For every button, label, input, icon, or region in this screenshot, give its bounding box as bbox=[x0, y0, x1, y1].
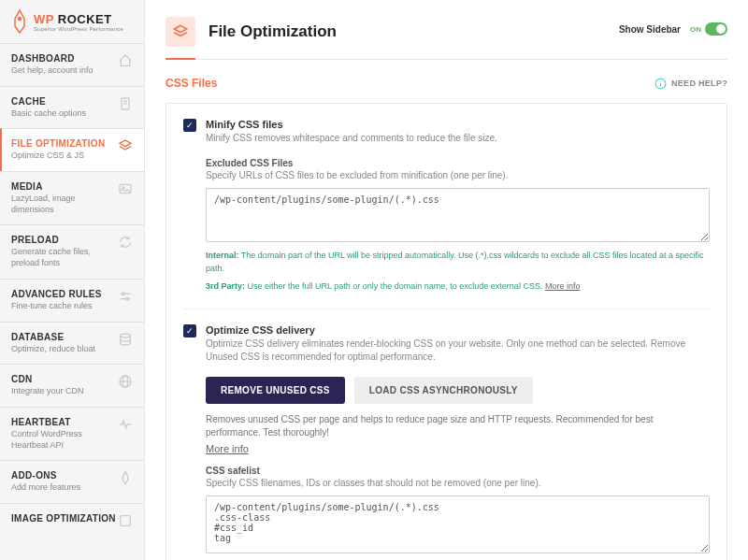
minify-css-checkbox[interactable]: ✓ bbox=[183, 119, 196, 132]
more-info-link[interactable]: More info bbox=[545, 281, 581, 291]
heartbeat-icon bbox=[118, 417, 133, 432]
file-icon bbox=[118, 96, 133, 111]
sidebar-item-cache[interactable]: CACHEBasic cache options bbox=[0, 86, 144, 129]
optimize-css-checkbox[interactable]: ✓ bbox=[183, 324, 196, 337]
minify-css-title: Minify CSS files bbox=[206, 119, 710, 130]
rocket-logo-icon bbox=[11, 9, 28, 34]
logo-wp: WP bbox=[34, 12, 54, 26]
show-sidebar-toggle[interactable]: ON bbox=[690, 22, 727, 36]
database-icon bbox=[118, 332, 133, 347]
refresh-icon bbox=[118, 235, 133, 250]
sidebar-item-image-optimization[interactable]: IMAGE OPTIMIZATION bbox=[0, 503, 144, 538]
sidebar-item-advanced-rules[interactable]: ADVANCED RULESFine-tune cache rules bbox=[0, 279, 144, 322]
svg-rect-15 bbox=[121, 516, 131, 526]
excluded-css-textarea[interactable] bbox=[206, 188, 710, 242]
help-icon bbox=[654, 78, 667, 90]
sidebar: WP ROCKET Superior WordPress Performance… bbox=[0, 0, 145, 560]
svg-marker-16 bbox=[174, 25, 187, 33]
optimize-css-desc: Optimize CSS delivery eliminates render-… bbox=[206, 337, 710, 364]
svg-point-11 bbox=[121, 334, 131, 337]
svg-marker-4 bbox=[120, 140, 131, 147]
main-content: File Optimization Show Sidebar ON CSS Fi… bbox=[145, 0, 748, 560]
hint-3rd-party: 3rd Party: Use either the full URL path … bbox=[206, 280, 710, 294]
css-safelist-textarea[interactable] bbox=[206, 495, 710, 553]
sidebar-item-preload[interactable]: PRELOADGenerate cache files, preload fon… bbox=[0, 224, 144, 278]
sidebar-item-file-optimization[interactable]: FILE OPTIMIZATIONOptimize CSS & JS bbox=[0, 128, 144, 171]
layers-icon bbox=[118, 138, 133, 153]
load-css-async-button[interactable]: LOAD CSS ASYNCHRONOUSLY bbox=[354, 377, 533, 404]
rocket-icon bbox=[118, 470, 133, 485]
sidebar-item-media[interactable]: MEDIALazyLoad, image dimensions bbox=[0, 171, 144, 224]
more-info-link-2[interactable]: More info bbox=[206, 443, 249, 454]
sidebar-item-database[interactable]: DATABASEOptimize, reduce bloat bbox=[0, 322, 144, 365]
sidebar-item-cdn[interactable]: CDNIntegrate your CDN bbox=[0, 364, 144, 407]
logo: WP ROCKET Superior WordPress Performance bbox=[0, 0, 144, 43]
home-icon bbox=[118, 53, 133, 68]
excluded-css-title: Excluded CSS Files bbox=[206, 158, 710, 168]
css-safelist-title: CSS safelist bbox=[206, 466, 710, 476]
logo-subtitle: Superior WordPress Performance bbox=[34, 26, 123, 32]
hint-internal: Internal: The domain part of the URL wil… bbox=[206, 250, 710, 275]
globe-icon bbox=[118, 374, 133, 389]
optimize-css-title: Optimize CSS delivery bbox=[206, 324, 710, 336]
section-title: CSS Files bbox=[165, 77, 217, 90]
header-layers-icon bbox=[165, 17, 195, 47]
show-sidebar-label: Show Sidebar bbox=[619, 24, 681, 35]
sidebar-item-heartbeat[interactable]: HEARTBEATControl WordPress Heartbeat API bbox=[0, 407, 144, 460]
logo-rocket: ROCKET bbox=[58, 12, 112, 26]
excluded-css-desc: Specify URLs of CSS files to be excluded… bbox=[206, 170, 710, 180]
sidebar-item-addons[interactable]: ADD-ONSAdd more features bbox=[0, 460, 144, 503]
remove-unused-desc: Removes unused CSS per page and helps to… bbox=[206, 413, 710, 439]
remove-unused-css-button[interactable]: REMOVE UNUSED CSS bbox=[206, 377, 345, 404]
svg-point-0 bbox=[18, 17, 22, 21]
need-help-link[interactable]: NEED HELP? bbox=[654, 78, 727, 90]
sliders-icon bbox=[118, 289, 133, 304]
page-header: File Optimization Show Sidebar ON bbox=[145, 0, 748, 47]
page-title: File Optimization bbox=[209, 22, 337, 41]
sidebar-item-dashboard[interactable]: DASHBOARDGet help, account info bbox=[0, 43, 144, 86]
css-safelist-desc: Specify CSS filenames, IDs or classes th… bbox=[206, 478, 710, 488]
css-files-panel: ✓ Minify CSS files Minify CSS removes wh… bbox=[165, 103, 727, 560]
image-icon bbox=[118, 181, 133, 196]
minify-css-desc: Minify CSS removes whitespace and commen… bbox=[206, 132, 710, 145]
image-opt-icon bbox=[118, 513, 133, 528]
